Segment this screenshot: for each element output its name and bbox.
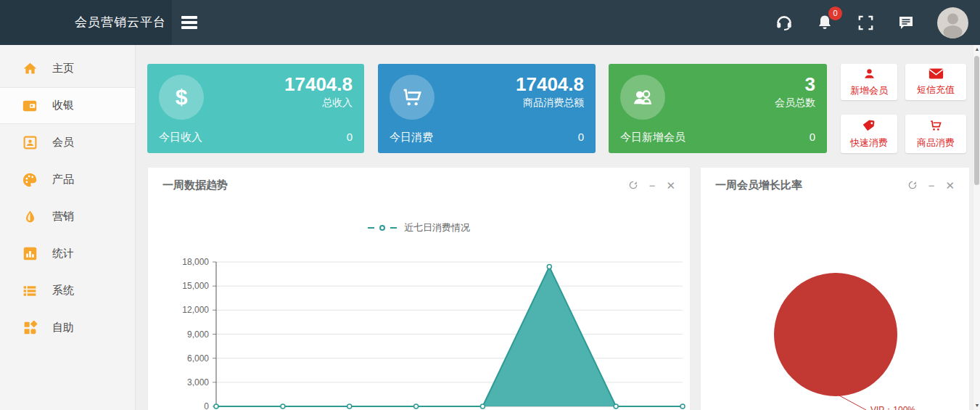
add-member-button[interactable]: 新增会员 <box>841 64 897 100</box>
refresh-icon[interactable] <box>628 180 638 190</box>
trend-chart: 03,0006,0009,00012,00015,00018,000 <box>148 202 691 410</box>
sidebar-item-products[interactable]: 产品 <box>0 161 135 198</box>
cart-icon <box>390 75 435 120</box>
svg-text:0: 0 <box>204 401 209 410</box>
topbar: 会员营销云平台 0 <box>0 0 980 45</box>
quick-consume-icon <box>862 118 876 133</box>
svg-text:VIP：100%: VIP：100% <box>870 405 915 410</box>
stat-card-income: $ 17404.8 总收入 今日收入 0 <box>147 64 364 153</box>
stat-footer-label: 今日新增会员 <box>620 131 685 144</box>
stat-card-members: 3 会员总数 今日新增会员 0 <box>609 64 827 153</box>
stat-footer-value: 0 <box>347 131 353 144</box>
app-window: 会员营销云平台 0 <box>0 0 980 410</box>
sidebar-item-system[interactable]: 系统 <box>0 272 135 309</box>
goods-consume-icon <box>928 118 943 133</box>
sidebar-item-label: 收银 <box>52 99 74 112</box>
droplet-icon <box>22 209 38 225</box>
svg-text:9,000: 9,000 <box>187 329 209 340</box>
avatar[interactable] <box>937 7 968 38</box>
sidebar-item-label: 系统 <box>52 284 74 298</box>
trend-panel: 一周数据趋势 − ✕ 近七日消费情况 03,0006,0009,00012,00… <box>147 167 691 410</box>
sidebar-item-label: 会员 <box>52 136 74 149</box>
sidebar-item-label: 营销 <box>52 210 74 224</box>
sms-recharge-button[interactable]: 短信充值 <box>905 64 966 100</box>
quick-action-label: 短信充值 <box>917 83 955 97</box>
sidebar-item-statistics[interactable]: 统计 <box>0 235 135 272</box>
stat-subtitle: 会员总数 <box>775 97 815 110</box>
stat-card-consumption: 17404.8 商品消费总额 今日消费 0 <box>378 64 596 153</box>
vertical-scrollbar[interactable]: ▲ ▼ <box>973 45 980 410</box>
sidebar-item-members[interactable]: 会员 <box>0 124 135 161</box>
scroll-up-icon[interactable]: ▲ <box>973 45 980 54</box>
palette-icon <box>22 172 38 188</box>
sidebar-item-cashier[interactable]: 收银 <box>0 87 135 124</box>
svg-text:18,000: 18,000 <box>182 257 209 267</box>
close-icon[interactable]: ✕ <box>945 180 955 191</box>
scrollbar-thumb[interactable] <box>974 56 979 185</box>
quick-action-label: 商品消费 <box>917 136 955 149</box>
message-icon[interactable] <box>897 13 915 32</box>
goods-consume-button[interactable]: 商品消费 <box>905 115 966 153</box>
stat-footer-label: 今日收入 <box>159 131 202 144</box>
stat-footer-value: 0 <box>578 131 584 144</box>
users-icon <box>620 75 665 120</box>
notification-badge: 0 <box>828 7 842 20</box>
headset-icon[interactable] <box>775 13 794 32</box>
grid-shapes-icon <box>22 320 38 336</box>
svg-text:15,000: 15,000 <box>182 281 209 291</box>
refresh-icon[interactable] <box>907 180 918 190</box>
stat-value: 17404.8 <box>284 73 353 95</box>
stat-subtitle: 总收入 <box>284 97 353 110</box>
sidebar-item-label: 产品 <box>52 173 74 186</box>
close-icon[interactable]: ✕ <box>666 180 675 191</box>
bar-chart-icon <box>22 246 38 262</box>
growth-pie-chart: VIP：100% <box>701 202 971 410</box>
app-title: 会员营销云平台 <box>0 0 172 45</box>
list-icon <box>22 283 38 299</box>
home-icon <box>22 61 38 77</box>
sms-recharge-icon <box>928 67 944 80</box>
fullscreen-icon[interactable] <box>856 13 875 32</box>
stat-footer-value: 0 <box>810 131 815 144</box>
sidebar-item-label: 主页 <box>52 62 74 75</box>
sidebar: 主页 收银 会员 <box>0 45 136 410</box>
wallet-icon <box>22 98 38 114</box>
minimize-icon[interactable]: − <box>649 180 656 191</box>
svg-text:6,000: 6,000 <box>187 353 209 364</box>
sidebar-item-home[interactable]: 主页 <box>0 50 135 87</box>
add-member-icon <box>862 67 876 81</box>
menu-toggle-icon[interactable] <box>181 14 200 31</box>
stat-footer-label: 今日消费 <box>390 131 433 144</box>
stat-value: 17404.8 <box>516 73 584 95</box>
stat-subtitle: 商品消费总额 <box>516 97 584 110</box>
dollar-icon: $ <box>159 75 204 120</box>
growth-panel-title: 一周会员增长比率 <box>715 179 802 192</box>
scroll-down-icon[interactable]: ▼ <box>973 401 980 410</box>
svg-text:12,000: 12,000 <box>182 305 209 315</box>
quick-action-label: 新增会员 <box>850 84 888 97</box>
sidebar-item-marketing[interactable]: 营销 <box>0 198 135 235</box>
svg-text:3,000: 3,000 <box>187 377 209 388</box>
stat-value: 3 <box>775 73 815 95</box>
sidebar-item-selfservice[interactable]: 自助 <box>0 309 135 346</box>
trend-panel-title: 一周数据趋势 <box>162 179 228 192</box>
growth-panel: 一周会员增长比率 − ✕ VIP：100% <box>700 167 970 410</box>
sidebar-item-label: 统计 <box>52 247 74 261</box>
member-card-icon <box>22 135 38 151</box>
bell-icon[interactable]: 0 <box>815 13 834 32</box>
quick-consume-button[interactable]: 快速消费 <box>841 115 897 153</box>
minimize-icon[interactable]: − <box>928 180 935 191</box>
sidebar-item-label: 自助 <box>52 321 74 335</box>
quick-action-label: 快速消费 <box>850 136 888 149</box>
